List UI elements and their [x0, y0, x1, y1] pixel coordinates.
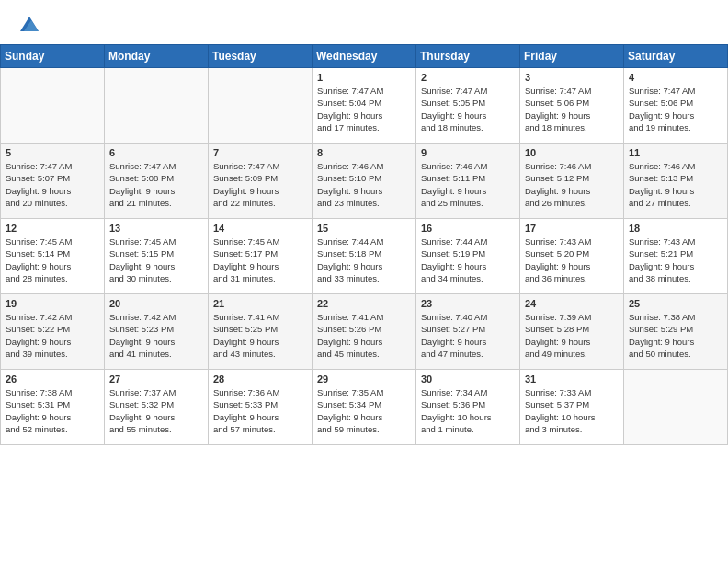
calendar-cell: [209, 68, 313, 144]
day-info: Sunrise: 7:41 AM Sunset: 5:25 PM Dayligh…: [213, 311, 307, 360]
day-number: 1: [317, 72, 411, 83]
calendar-cell: 4Sunrise: 7:47 AM Sunset: 5:06 PM Daylig…: [624, 68, 728, 144]
day-number: 8: [317, 147, 411, 158]
day-number: 7: [213, 147, 307, 158]
logo-icon: [17, 13, 42, 39]
calendar-cell: 22Sunrise: 7:41 AM Sunset: 5:26 PM Dayli…: [313, 294, 416, 370]
header-day-monday: Monday: [105, 45, 209, 68]
day-info: Sunrise: 7:44 AM Sunset: 5:19 PM Dayligh…: [421, 236, 515, 284]
day-number: 18: [629, 223, 722, 234]
day-number: 4: [629, 72, 722, 83]
calendar-cell: 12Sunrise: 7:45 AM Sunset: 5:14 PM Dayli…: [1, 219, 105, 294]
day-info: Sunrise: 7:47 AM Sunset: 5:04 PM Dayligh…: [317, 85, 411, 133]
calendar-cell: 31Sunrise: 7:33 AM Sunset: 5:37 PM Dayli…: [520, 370, 624, 445]
calendar-cell: 3Sunrise: 7:47 AM Sunset: 5:06 PM Daylig…: [520, 68, 624, 144]
calendar-cell: 13Sunrise: 7:45 AM Sunset: 5:15 PM Dayli…: [105, 219, 209, 294]
header-day-saturday: Saturday: [624, 45, 728, 68]
day-number: 29: [317, 373, 411, 385]
day-info: Sunrise: 7:47 AM Sunset: 5:09 PM Dayligh…: [213, 160, 307, 209]
calendar-cell: 1Sunrise: 7:47 AM Sunset: 5:04 PM Daylig…: [313, 68, 416, 144]
day-number: 2: [421, 72, 515, 83]
day-number: 17: [525, 223, 619, 234]
day-info: Sunrise: 7:46 AM Sunset: 5:13 PM Dayligh…: [629, 160, 722, 209]
calendar-cell: 10Sunrise: 7:46 AM Sunset: 5:12 PM Dayli…: [520, 144, 624, 219]
calendar-cell: 16Sunrise: 7:44 AM Sunset: 5:19 PM Dayli…: [416, 219, 520, 294]
calendar-cell: [1, 68, 105, 144]
day-number: 22: [317, 298, 411, 309]
header-day-sunday: Sunday: [1, 45, 105, 68]
day-info: Sunrise: 7:42 AM Sunset: 5:22 PM Dayligh…: [6, 311, 99, 360]
day-info: Sunrise: 7:42 AM Sunset: 5:23 PM Dayligh…: [109, 311, 203, 360]
header-day-friday: Friday: [520, 45, 624, 68]
calendar-cell: 11Sunrise: 7:46 AM Sunset: 5:13 PM Dayli…: [624, 144, 728, 219]
header: [0, 0, 728, 44]
day-number: 19: [6, 298, 99, 309]
day-number: 10: [525, 147, 619, 158]
calendar-cell: 15Sunrise: 7:44 AM Sunset: 5:18 PM Dayli…: [313, 219, 416, 294]
header-day-thursday: Thursday: [416, 45, 520, 68]
calendar-cell: 19Sunrise: 7:42 AM Sunset: 5:22 PM Dayli…: [1, 294, 105, 370]
calendar-cell: 17Sunrise: 7:43 AM Sunset: 5:20 PM Dayli…: [520, 219, 624, 294]
day-info: Sunrise: 7:37 AM Sunset: 5:32 PM Dayligh…: [109, 386, 203, 435]
calendar-cell: 2Sunrise: 7:47 AM Sunset: 5:05 PM Daylig…: [416, 68, 520, 144]
day-number: 14: [213, 223, 307, 234]
day-info: Sunrise: 7:41 AM Sunset: 5:26 PM Dayligh…: [317, 311, 411, 360]
day-info: Sunrise: 7:39 AM Sunset: 5:28 PM Dayligh…: [525, 311, 619, 360]
day-info: Sunrise: 7:35 AM Sunset: 5:34 PM Dayligh…: [317, 386, 411, 435]
header-row: SundayMondayTuesdayWednesdayThursdayFrid…: [1, 45, 728, 68]
day-info: Sunrise: 7:45 AM Sunset: 5:17 PM Dayligh…: [213, 236, 307, 284]
day-number: 3: [525, 72, 619, 83]
day-info: Sunrise: 7:38 AM Sunset: 5:31 PM Dayligh…: [6, 386, 99, 435]
week-row-4: 19Sunrise: 7:42 AM Sunset: 5:22 PM Dayli…: [1, 294, 728, 370]
week-row-3: 12Sunrise: 7:45 AM Sunset: 5:14 PM Dayli…: [1, 219, 728, 294]
day-info: Sunrise: 7:34 AM Sunset: 5:36 PM Dayligh…: [421, 386, 515, 435]
day-number: 9: [421, 147, 515, 158]
day-number: 30: [421, 373, 515, 385]
calendar-cell: 7Sunrise: 7:47 AM Sunset: 5:09 PM Daylig…: [209, 144, 313, 219]
calendar-table: SundayMondayTuesdayWednesdayThursdayFrid…: [0, 44, 728, 445]
logo: [17, 13, 46, 39]
day-info: Sunrise: 7:46 AM Sunset: 5:10 PM Dayligh…: [317, 160, 411, 209]
calendar-cell: [105, 68, 209, 144]
day-info: Sunrise: 7:40 AM Sunset: 5:27 PM Dayligh…: [421, 311, 515, 360]
day-info: Sunrise: 7:38 AM Sunset: 5:29 PM Dayligh…: [629, 311, 722, 360]
day-number: 27: [109, 373, 203, 385]
calendar-cell: 6Sunrise: 7:47 AM Sunset: 5:08 PM Daylig…: [105, 144, 209, 219]
day-number: 21: [213, 298, 307, 309]
day-info: Sunrise: 7:47 AM Sunset: 5:07 PM Dayligh…: [6, 160, 99, 209]
day-info: Sunrise: 7:36 AM Sunset: 5:33 PM Dayligh…: [213, 386, 307, 435]
day-info: Sunrise: 7:45 AM Sunset: 5:15 PM Dayligh…: [109, 236, 203, 284]
day-number: 11: [629, 147, 722, 158]
calendar-cell: 28Sunrise: 7:36 AM Sunset: 5:33 PM Dayli…: [209, 370, 313, 445]
header-day-tuesday: Tuesday: [209, 45, 313, 68]
calendar-header: SundayMondayTuesdayWednesdayThursdayFrid…: [1, 45, 728, 68]
day-number: 28: [213, 373, 307, 385]
calendar-cell: 26Sunrise: 7:38 AM Sunset: 5:31 PM Dayli…: [1, 370, 105, 445]
day-info: Sunrise: 7:33 AM Sunset: 5:37 PM Dayligh…: [525, 386, 619, 435]
calendar-cell: 29Sunrise: 7:35 AM Sunset: 5:34 PM Dayli…: [313, 370, 416, 445]
day-info: Sunrise: 7:47 AM Sunset: 5:06 PM Dayligh…: [629, 85, 722, 133]
day-number: 12: [6, 223, 99, 234]
calendar-cell: 21Sunrise: 7:41 AM Sunset: 5:25 PM Dayli…: [209, 294, 313, 370]
day-number: 24: [525, 298, 619, 309]
calendar-cell: 30Sunrise: 7:34 AM Sunset: 5:36 PM Dayli…: [416, 370, 520, 445]
calendar-cell: 23Sunrise: 7:40 AM Sunset: 5:27 PM Dayli…: [416, 294, 520, 370]
page: SundayMondayTuesdayWednesdayThursdayFrid…: [0, 0, 728, 445]
day-info: Sunrise: 7:44 AM Sunset: 5:18 PM Dayligh…: [317, 236, 411, 284]
header-day-wednesday: Wednesday: [313, 45, 416, 68]
calendar-cell: 8Sunrise: 7:46 AM Sunset: 5:10 PM Daylig…: [313, 144, 416, 219]
calendar-body: 1Sunrise: 7:47 AM Sunset: 5:04 PM Daylig…: [1, 68, 728, 445]
week-row-1: 1Sunrise: 7:47 AM Sunset: 5:04 PM Daylig…: [1, 68, 728, 144]
calendar-cell: 27Sunrise: 7:37 AM Sunset: 5:32 PM Dayli…: [105, 370, 209, 445]
calendar-cell: 20Sunrise: 7:42 AM Sunset: 5:23 PM Dayli…: [105, 294, 209, 370]
calendar-cell: 25Sunrise: 7:38 AM Sunset: 5:29 PM Dayli…: [624, 294, 728, 370]
day-number: 15: [317, 223, 411, 234]
day-number: 5: [6, 147, 99, 158]
calendar-cell: [624, 370, 728, 445]
day-number: 26: [6, 373, 99, 385]
day-info: Sunrise: 7:47 AM Sunset: 5:06 PM Dayligh…: [525, 85, 619, 133]
calendar-cell: 5Sunrise: 7:47 AM Sunset: 5:07 PM Daylig…: [1, 144, 105, 219]
day-info: Sunrise: 7:47 AM Sunset: 5:08 PM Dayligh…: [109, 160, 203, 209]
day-info: Sunrise: 7:46 AM Sunset: 5:11 PM Dayligh…: [421, 160, 515, 209]
calendar-cell: 18Sunrise: 7:43 AM Sunset: 5:21 PM Dayli…: [624, 219, 728, 294]
